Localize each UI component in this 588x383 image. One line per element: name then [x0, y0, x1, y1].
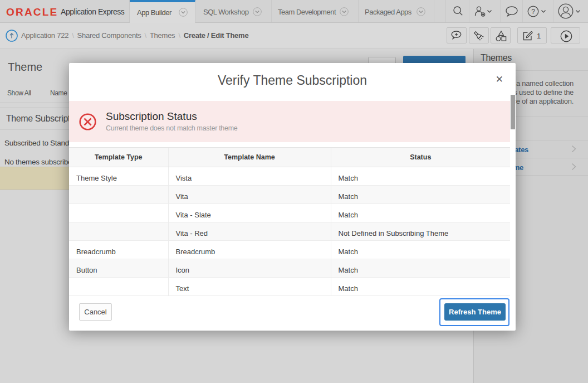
svg-text:?: ?: [531, 8, 535, 16]
